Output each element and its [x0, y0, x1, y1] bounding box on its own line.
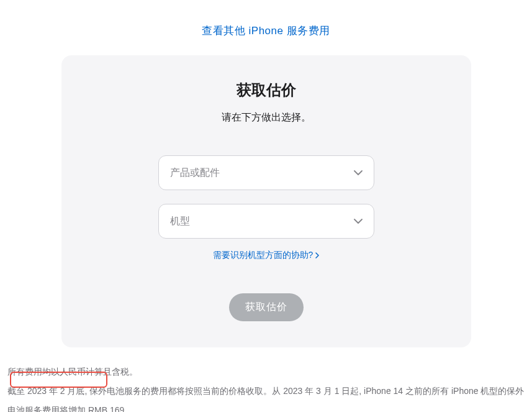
- estimate-card: 获取估价 请在下方做出选择。 产品或配件 机型 需要识别机型方面的协助?: [61, 55, 471, 347]
- chevron-right-icon: [315, 252, 319, 259]
- footer-line-2: 截至 2023 年 2 月底, 保外电池服务的费用都将按照当前的价格收取。从 2…: [7, 382, 525, 412]
- selects-container: 产品或配件 机型: [86, 155, 446, 239]
- chevron-down-icon: [354, 168, 363, 177]
- footer-line-1: 所有费用均以人民币计算且含税。: [7, 362, 525, 382]
- get-estimate-button[interactable]: 获取估价: [229, 293, 304, 321]
- model-select-placeholder: 机型: [170, 215, 190, 228]
- chevron-down-icon: [354, 217, 363, 226]
- card-subtitle: 请在下方做出选择。: [86, 111, 446, 124]
- other-iphone-services-link[interactable]: 查看其他 iPhone 服务费用: [202, 25, 330, 37]
- footer-text: 所有费用均以人民币计算且含税。 截至 2023 年 2 月底, 保外电池服务的费…: [0, 347, 532, 412]
- model-select[interactable]: 机型: [158, 204, 374, 239]
- help-link-container: 需要识别机型方面的协助?: [86, 250, 446, 261]
- button-container: 获取估价: [86, 293, 446, 321]
- card-title: 获取估价: [86, 80, 446, 100]
- top-link-container: 查看其他 iPhone 服务费用: [0, 0, 532, 55]
- product-select-placeholder: 产品或配件: [170, 167, 220, 180]
- identify-model-help-link[interactable]: 需要识别机型方面的协助?: [213, 250, 313, 261]
- product-select[interactable]: 产品或配件: [158, 155, 374, 190]
